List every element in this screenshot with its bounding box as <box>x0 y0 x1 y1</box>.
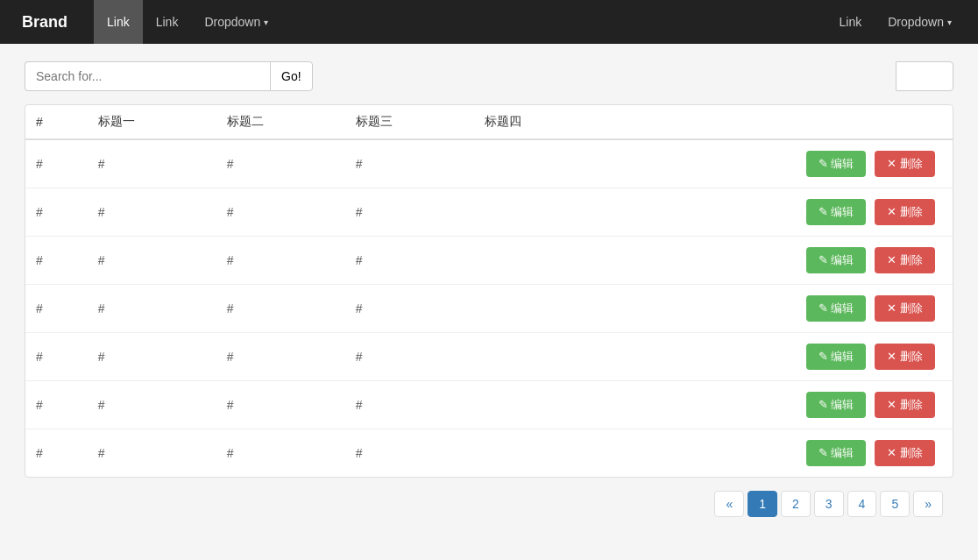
nav-item-dropdown1[interactable]: Dropdown ▾ <box>191 0 281 44</box>
nav-item-dropdown-right[interactable]: Dropdown ▾ <box>875 0 965 44</box>
cell-col1: # <box>25 333 88 381</box>
cell-col4: # <box>345 429 474 478</box>
cell-col5 <box>474 333 603 381</box>
action-cell: ✎ 编辑 ✕ 删除 <box>603 333 953 381</box>
col-header-hash: # <box>25 105 88 139</box>
cell-col2: # <box>88 139 216 188</box>
delete-button[interactable]: ✕ 删除 <box>875 344 935 370</box>
cell-col3: # <box>216 333 345 381</box>
pagination-page-1[interactable]: 1 <box>748 491 777 517</box>
navbar-left-nav: Link Link Dropdown ▾ <box>94 0 281 44</box>
cell-col2: # <box>88 429 216 478</box>
action-cell: ✎ 编辑 ✕ 删除 <box>603 381 953 429</box>
cell-col4: # <box>345 237 474 285</box>
cell-col5 <box>474 429 603 478</box>
edit-button[interactable]: ✎ 编辑 <box>806 344 867 370</box>
cell-col4: # <box>345 381 474 429</box>
table-row: # # # # ✎ 编辑 ✕ 删除 <box>25 237 953 285</box>
pagination-next[interactable]: » <box>913 491 943 517</box>
pagination-container: « 1 2 3 4 5 » <box>25 478 953 530</box>
pagination-page-3[interactable]: 3 <box>814 491 844 517</box>
pagination-page-4-link[interactable]: 4 <box>847 491 877 517</box>
cell-col2: # <box>88 237 216 285</box>
cell-col1: # <box>25 188 88 237</box>
pagination-prev[interactable]: « <box>714 491 744 517</box>
nav-item-link2[interactable]: Link <box>143 0 192 44</box>
edit-button[interactable]: ✎ 编辑 <box>806 440 867 466</box>
action-cell: ✎ 编辑 ✕ 删除 <box>603 139 953 188</box>
cell-col3: # <box>216 381 345 429</box>
edit-button[interactable]: ✎ 编辑 <box>806 247 867 273</box>
table-row: # # # # ✎ 编辑 ✕ 删除 <box>25 188 953 237</box>
delete-button[interactable]: ✕ 删除 <box>875 247 935 273</box>
nav-item-link1[interactable]: Link <box>94 0 143 44</box>
cell-col5 <box>474 188 603 237</box>
navbar-right-nav: Link Dropdown ▾ <box>826 0 965 44</box>
pagination-page-2-link[interactable]: 2 <box>781 491 811 517</box>
navbar-brand[interactable]: Brand <box>13 13 76 32</box>
table-row: # # # # ✎ 编辑 ✕ 删除 <box>25 429 953 478</box>
col-header-1: 标题一 <box>88 105 216 139</box>
data-table: # 标题一 标题二 标题三 标题四 # # # # ✎ 编辑 ✕ 删除 # # <box>25 105 953 477</box>
table-row: # # # # ✎ 编辑 ✕ 删除 <box>25 285 953 333</box>
pagination-page-5-link[interactable]: 5 <box>880 491 910 517</box>
cell-col1: # <box>25 429 88 478</box>
navbar: Brand Link Link Dropdown ▾ Link Dropdown… <box>0 0 978 44</box>
dropdown-right-caret-icon: ▾ <box>947 18 952 27</box>
delete-button[interactable]: ✕ 删除 <box>875 151 935 177</box>
cell-col4: # <box>345 285 474 333</box>
col-header-actions <box>603 105 953 139</box>
action-cell: ✎ 编辑 ✕ 删除 <box>603 429 953 478</box>
pagination-page-5[interactable]: 5 <box>880 491 910 517</box>
add-button[interactable]: + 添加 <box>896 61 953 91</box>
edit-button[interactable]: ✎ 编辑 <box>806 151 867 177</box>
nav-item-link-right[interactable]: Link <box>826 0 875 44</box>
cell-col2: # <box>88 381 216 429</box>
cell-col2: # <box>88 285 216 333</box>
action-cell: ✎ 编辑 ✕ 删除 <box>603 285 953 333</box>
pagination-page-1-link[interactable]: 1 <box>748 491 777 517</box>
cell-col4: # <box>345 139 474 188</box>
cell-col5 <box>474 139 603 188</box>
main-content: Go! + 添加 # 标题一 标题二 标题三 标题四 # # # # <box>7 44 971 548</box>
search-input[interactable] <box>25 61 270 91</box>
delete-button[interactable]: ✕ 删除 <box>875 440 935 466</box>
cell-col1: # <box>25 381 88 429</box>
cell-col2: # <box>88 333 216 381</box>
col-header-2: 标题二 <box>216 105 345 139</box>
cell-col3: # <box>216 429 345 478</box>
table-row: # # # # ✎ 编辑 ✕ 删除 <box>25 381 953 429</box>
cell-col3: # <box>216 188 345 237</box>
dropdown1-caret-icon: ▾ <box>264 18 268 27</box>
search-button[interactable]: Go! <box>270 61 313 91</box>
cell-col1: # <box>25 285 88 333</box>
cell-col1: # <box>25 237 88 285</box>
table-header: # 标题一 标题二 标题三 标题四 <box>25 105 953 139</box>
cell-col5 <box>474 381 603 429</box>
edit-button[interactable]: ✎ 编辑 <box>806 392 867 418</box>
cell-col3: # <box>216 285 345 333</box>
cell-col4: # <box>345 188 474 237</box>
delete-button[interactable]: ✕ 删除 <box>875 392 935 418</box>
table-row: # # # # ✎ 编辑 ✕ 删除 <box>25 333 953 381</box>
pagination-page-4[interactable]: 4 <box>847 491 877 517</box>
table-row: # # # # ✎ 编辑 ✕ 删除 <box>25 139 953 188</box>
search-bar: Go! + 添加 <box>25 61 953 91</box>
col-header-4: 标题四 <box>474 105 603 139</box>
delete-button[interactable]: ✕ 删除 <box>875 199 935 225</box>
pagination-next-link[interactable]: » <box>913 491 943 517</box>
data-table-container: # 标题一 标题二 标题三 标题四 # # # # ✎ 编辑 ✕ 删除 # # <box>25 104 953 478</box>
action-cell: ✎ 编辑 ✕ 删除 <box>603 237 953 285</box>
delete-button[interactable]: ✕ 删除 <box>875 295 935 322</box>
edit-button[interactable]: ✎ 编辑 <box>806 295 867 322</box>
action-cell: ✎ 编辑 ✕ 删除 <box>603 188 953 237</box>
pagination: « 1 2 3 4 5 » <box>712 491 945 517</box>
pagination-page-3-link[interactable]: 3 <box>814 491 844 517</box>
cell-col2: # <box>88 188 216 237</box>
pagination-page-2[interactable]: 2 <box>781 491 811 517</box>
pagination-prev-link[interactable]: « <box>714 491 744 517</box>
table-body: # # # # ✎ 编辑 ✕ 删除 # # # # ✎ 编辑 ✕ 删除 # # … <box>25 139 953 477</box>
edit-button[interactable]: ✎ 编辑 <box>806 199 867 225</box>
cell-col5 <box>474 237 603 285</box>
cell-col3: # <box>216 237 345 285</box>
